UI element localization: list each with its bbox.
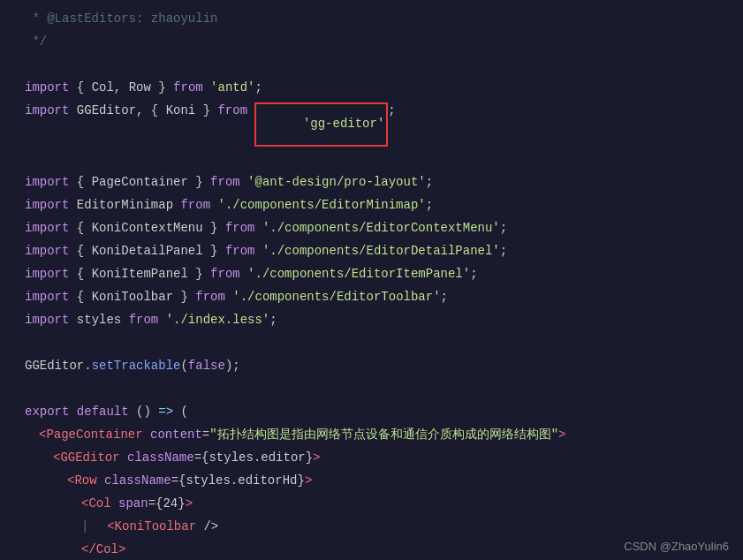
code-text: from (210, 263, 240, 284)
code-text: */ (25, 31, 47, 52)
code-text: > (186, 493, 193, 514)
code-line: <Col span ={ 24 } > (0, 492, 743, 515)
code-text (225, 286, 232, 307)
code-line: import { Col, Row } from 'antd' ; (0, 76, 743, 99)
code-line: import { KoniToolbar } from './component… (0, 285, 743, 308)
code-line: * @LastEditors: zhaoyulin (0, 7, 743, 30)
code-text: { (69, 263, 91, 284)
code-text: | (81, 516, 88, 537)
code-text: import (25, 286, 69, 307)
code-text: () (129, 401, 159, 422)
code-text: KoniDetailPanel (92, 240, 203, 261)
code-text: Col, Row (92, 77, 151, 98)
code-text: styles.editorHd (186, 470, 297, 491)
code-line: | <KoniToolbar /> (0, 515, 743, 538)
code-text: } (178, 493, 185, 514)
code-text: } (151, 77, 173, 98)
code-text: ; (441, 286, 448, 307)
code-text: default (77, 401, 129, 422)
code-text: ; (500, 217, 507, 238)
code-text: from (225, 217, 255, 238)
code-text: import (25, 194, 69, 216)
code-text (247, 100, 254, 121)
code-line: import EditorMinimap from './components/… (0, 193, 743, 216)
code-text: <Col (81, 493, 111, 514)
code-text: = (202, 424, 209, 445)
code-text: "拓扑结构图是指由网络节点设备和通信介质构成的网络结构图" (209, 424, 558, 445)
code-text: } (203, 217, 225, 238)
code-line: export default () => ( (0, 400, 743, 423)
code-text: './components/EditorMinimap' (217, 194, 425, 216)
code-text: './components/EditorToolbar' (232, 286, 440, 307)
code-line: <PageContainer content = "拓扑结构图是指由网络节点设备… (0, 423, 743, 446)
code-text: PageContainer (92, 171, 188, 193)
code-text (92, 516, 107, 537)
code-text: styles.editor (208, 447, 305, 468)
code-text: from (210, 171, 240, 193)
code-text: } (188, 171, 210, 193)
code-text: 'gg-editor' (303, 117, 384, 131)
code-text: styles (69, 309, 128, 330)
code-text: } (173, 286, 195, 307)
code-text (120, 447, 127, 468)
code-text (240, 171, 247, 193)
code-text: '@ant-design/pro-layout' (247, 171, 426, 193)
code-text: ); (225, 355, 240, 376)
code-text (158, 309, 165, 330)
code-text: ={ (194, 447, 209, 468)
code-text: > (305, 470, 312, 491)
code-text: } (203, 240, 225, 261)
code-text: KoniToolbar (92, 286, 173, 307)
highlighted-import: 'gg-editor' (254, 102, 388, 147)
code-text: export (25, 401, 69, 422)
code-text: { (69, 240, 91, 261)
code-text: ; (470, 263, 477, 284)
code-text: 24 (163, 493, 178, 514)
code-line (0, 53, 743, 76)
code-line: import { KoniItemPanel } from './compone… (0, 262, 743, 285)
code-text: content (150, 424, 202, 445)
code-line: import styles from './index.less' ; (0, 308, 743, 331)
code-text: from (217, 100, 247, 121)
code-text: className (104, 470, 171, 491)
code-text: import (25, 263, 69, 284)
code-text: <Row (67, 470, 97, 491)
code-text: import (25, 100, 69, 121)
code-line: <Row className ={ styles.editorHd } > (0, 469, 743, 492)
code-line: */ (0, 30, 743, 53)
code-text: } (195, 100, 217, 121)
code-line (0, 377, 743, 400)
code-text (69, 401, 76, 422)
code-text: './components/EditorContextMenu' (262, 217, 500, 238)
code-text: ; (269, 309, 277, 330)
code-text: { (69, 77, 91, 98)
watermark: CSDN @ZhaoYulin6 (624, 540, 729, 553)
code-text: ={ (148, 493, 163, 514)
code-line: GGEditor. setTrackable ( false ); (0, 354, 743, 377)
code-text: ={ (171, 470, 186, 491)
code-text: false (188, 355, 225, 376)
code-text: } (306, 447, 313, 468)
code-text (111, 493, 118, 514)
code-text: span (118, 493, 148, 514)
code-text: import (25, 77, 69, 98)
code-text: from (195, 286, 225, 307)
code-text: import (25, 240, 69, 261)
code-text: ; (500, 240, 507, 261)
code-text: <PageContainer (39, 424, 143, 445)
code-line: import { KoniDetailPanel } from './compo… (0, 239, 743, 262)
code-text: * @LastEditors: zhaoyulin (25, 8, 217, 29)
code-line: <GGEditor className ={ styles.editor } > (0, 446, 743, 469)
code-text: className (127, 447, 194, 468)
code-text: import (25, 309, 69, 330)
code-line: import GGEditor, { Koni } from 'gg-edito… (0, 99, 743, 148)
code-text: KoniContextMenu (92, 217, 203, 238)
code-text: from (173, 77, 203, 98)
code-text (143, 424, 150, 445)
code-text: from (180, 194, 210, 216)
code-text: > (558, 424, 565, 445)
code-text: GGEditor. (25, 355, 92, 376)
code-text: './components/EditorDetailPanel' (262, 240, 500, 261)
code-text (255, 240, 262, 261)
code-line: import { KoniContextMenu } from './compo… (0, 216, 743, 239)
